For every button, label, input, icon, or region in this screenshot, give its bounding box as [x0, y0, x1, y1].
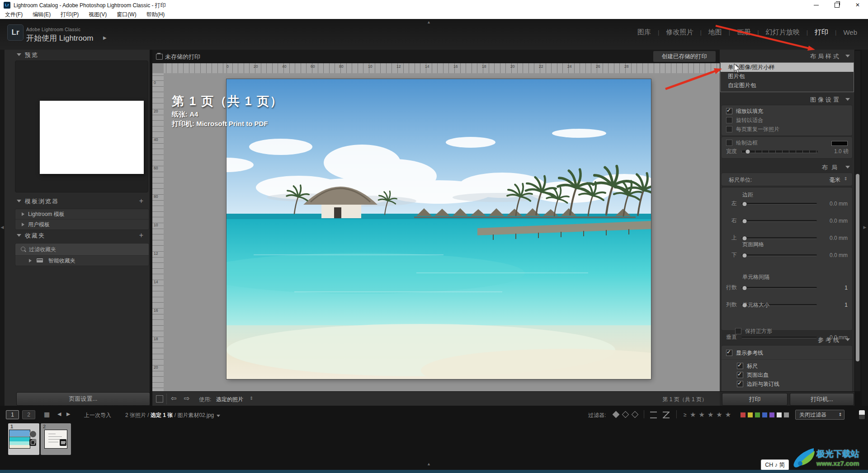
next-photo-icon[interactable]: ▶ — [66, 411, 70, 417]
border-width-slider[interactable] — [741, 150, 818, 153]
menu-edit[interactable]: 编辑(E) — [28, 10, 56, 19]
use-value-dropdown[interactable]: 选定的照片 — [216, 396, 243, 403]
left-collapse-strip[interactable]: ◀ — [0, 50, 5, 406]
filter-preset-dropdown[interactable]: 关闭过滤器 ⇕ — [795, 410, 844, 420]
beach-thumbnail[interactable] — [9, 430, 30, 449]
previous-photo-icon[interactable]: ◀ — [57, 411, 61, 417]
star-rating-filter[interactable]: ★★★★★ — [690, 411, 734, 419]
grid-view-icon[interactable]: ▦ — [44, 411, 50, 418]
red-label-chip[interactable] — [740, 412, 746, 418]
checkbox-checked-icon[interactable] — [726, 108, 732, 114]
repeat-photo-row[interactable]: 每页重复一张照片 — [722, 125, 852, 134]
template-item-user[interactable]: 用户模板 — [15, 219, 149, 229]
source-label[interactable]: 上一次导入 — [84, 412, 111, 419]
rows-slider[interactable] — [741, 287, 817, 289]
previous-page-icon[interactable]: ⇦ — [171, 394, 177, 403]
rotate-to-fit-row[interactable]: 旋转以适合 — [722, 116, 852, 125]
flag-reject-icon[interactable] — [632, 411, 639, 418]
print-button[interactable]: 打印 — [722, 393, 788, 406]
yellow-label-chip[interactable] — [747, 412, 753, 418]
image-settings-header[interactable]: 图像设置 — [720, 93, 854, 105]
identity-plate-big[interactable]: 开始使用 Lightroom — [26, 33, 93, 43]
add-template-icon[interactable]: + — [139, 197, 143, 205]
style-option-picture-package[interactable]: 图片包 — [721, 72, 854, 81]
second-window-button[interactable]: 2 — [22, 410, 35, 419]
smart-collections-item[interactable]: 智能收藏夹 — [15, 255, 149, 266]
gray-label-chip[interactable] — [783, 412, 789, 418]
collapse-left-icon[interactable]: ◀ — [0, 225, 5, 229]
checkbox-checked-icon[interactable] — [737, 372, 743, 378]
filter-collections-input[interactable]: 过滤收藏夹 — [15, 244, 149, 255]
template-browser-header[interactable]: 模板浏览器 + — [5, 196, 150, 207]
filter-toggle-switch[interactable] — [859, 410, 865, 420]
right-panel-scrollbar[interactable] — [855, 51, 860, 391]
checkbox-icon[interactable] — [726, 126, 732, 132]
menu-file[interactable]: 文件(F) — [0, 10, 28, 19]
filmstrip-info[interactable]: 2 张照片 / 选定 1 张 / 图片素材02.jpg — [125, 412, 220, 419]
template-item-lightroom[interactable]: Lightroom 模板 — [15, 209, 149, 219]
filmstrip-thumbnail[interactable]: 2 — [41, 423, 71, 455]
module-slideshow[interactable]: 幻灯片放映 — [766, 28, 800, 37]
margin-left-slider[interactable] — [741, 203, 817, 205]
checkbox-icon[interactable] — [726, 117, 732, 123]
main-window-button[interactable]: 1 — [6, 410, 19, 419]
slider-thumb[interactable] — [742, 236, 747, 241]
rating-off-filter-icon[interactable] — [663, 412, 670, 418]
ime-indicator[interactable]: CH ♪ 简 — [761, 459, 789, 470]
guides-header[interactable]: 参考线 — [720, 333, 854, 345]
stroke-border-row[interactable]: 绘制边框 — [722, 138, 852, 147]
slider-thumb[interactable] — [742, 201, 747, 206]
checkbox-icon[interactable] — [726, 140, 732, 146]
ruler-units-value[interactable]: 毫米 — [830, 176, 840, 184]
menu-view[interactable]: 视图(V) — [84, 10, 112, 19]
restore-button[interactable] — [826, 0, 847, 10]
menu-window[interactable]: 窗口(W) — [112, 10, 141, 19]
module-library[interactable]: 图库 — [637, 28, 651, 37]
add-collection-icon[interactable]: + — [139, 231, 143, 239]
green-label-chip[interactable] — [755, 412, 760, 418]
rating-filter-icon[interactable] — [650, 412, 657, 418]
zoom-to-fill-row[interactable]: 缩放以填充 — [722, 107, 852, 116]
module-book[interactable]: 画册 — [737, 28, 750, 37]
guides-margins-row[interactable]: 边距与装订线 — [722, 379, 852, 389]
purple-label-chip[interactable] — [769, 412, 775, 418]
checkbox-checked-icon[interactable] — [737, 363, 743, 369]
scrollbar-thumb[interactable] — [856, 174, 859, 361]
module-develop[interactable]: 修改照片 — [666, 28, 693, 37]
blue-label-chip[interactable] — [762, 412, 768, 418]
slider-thumb[interactable] — [742, 286, 747, 290]
style-option-custom-package[interactable]: 自定图片包 — [721, 81, 854, 90]
flag-unflagged-icon[interactable] — [622, 411, 629, 418]
minimize-button[interactable] — [806, 0, 826, 10]
collapse-top-panel-icon[interactable]: ▲ — [427, 20, 431, 24]
page-setup-button[interactable]: 页面设置... — [16, 392, 150, 406]
menu-help[interactable]: 帮助(H) — [142, 10, 170, 19]
right-collapse-strip[interactable]: ▶ — [862, 50, 868, 406]
layout-section-header[interactable]: 布局 — [720, 161, 854, 173]
rating-gte-icon[interactable]: ≥ — [684, 412, 687, 418]
border-color-swatch[interactable] — [831, 141, 848, 146]
collections-header[interactable]: 收藏夹 + — [5, 230, 150, 241]
close-button[interactable]: ✕ — [847, 0, 868, 10]
printer-dialog-button[interactable]: 打印机... — [790, 393, 854, 406]
slider-thumb[interactable] — [742, 253, 747, 258]
slider-thumb[interactable] — [745, 149, 750, 154]
filmstrip-thumbnail-selected[interactable]: 1 — [8, 423, 39, 455]
toolbar-content-icon[interactable] — [156, 395, 163, 403]
collapse-right-icon[interactable]: ▶ — [862, 225, 868, 229]
style-option-single-image[interactable]: 单个图像/照片小样 — [721, 63, 854, 72]
guides-bleed-row[interactable]: 页面出血 — [722, 370, 852, 379]
collapse-bottom-panel-icon[interactable]: ▲ — [427, 462, 431, 466]
guides-rulers-row[interactable]: 标尺 — [722, 361, 852, 370]
margin-top-slider[interactable] — [741, 237, 817, 239]
quick-collection-icon[interactable] — [29, 431, 37, 438]
module-print[interactable]: 打印 — [815, 28, 828, 37]
margin-bottom-slider[interactable] — [741, 254, 817, 256]
preview-section-header[interactable]: 预览 — [5, 50, 150, 61]
flag-pick-icon[interactable] — [613, 411, 620, 418]
module-map[interactable]: 地图 — [708, 28, 722, 37]
show-guides-row[interactable]: 显示参考线 — [722, 348, 852, 357]
layout-style-header[interactable]: 布局样式 — [720, 50, 854, 61]
module-web[interactable]: Web — [843, 28, 857, 36]
white-label-chip[interactable] — [776, 412, 782, 418]
